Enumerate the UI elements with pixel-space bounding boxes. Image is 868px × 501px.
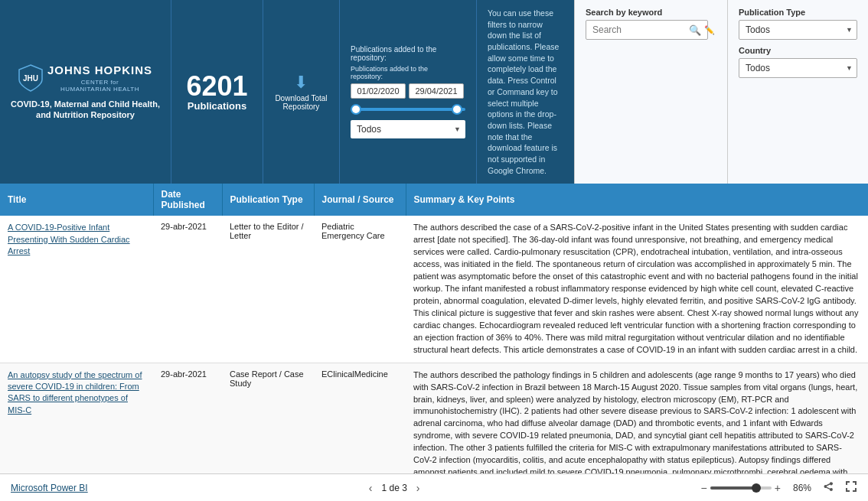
row1-date-cell: 29-abr-2021	[153, 216, 222, 363]
row2-pubtype-cell: Case Report / Case Study	[222, 363, 314, 473]
zoom-slider-fill	[710, 486, 753, 490]
row1-journal-cell: Pediatric Emergency Care	[314, 216, 406, 363]
zoom-level: 86%	[784, 483, 811, 493]
col-header-date: Date Published	[153, 184, 222, 216]
filter-select[interactable]: Todos	[351, 120, 465, 138]
center-name: CENTER forHUMANITARIAN HEALTH	[47, 79, 152, 93]
search-icon[interactable]: 🔍	[689, 24, 701, 36]
logo-text-block: JOHNS HOPKINS CENTER forHUMANITARIAN HEA…	[47, 63, 152, 93]
logo-top: JHU JOHNS HOPKINS CENTER forHUMANITARIAN…	[18, 63, 152, 93]
download-button[interactable]: ⬇ Download TotalRepository	[263, 0, 340, 184]
search-label: Search by keyword	[586, 8, 716, 17]
jhu-shield-icon: JHU	[18, 64, 43, 92]
search-section: Search by keyword 🔍 ✏️	[574, 0, 727, 184]
search-filter-icon[interactable]: ✏️	[704, 25, 715, 35]
zoom-out-button[interactable]: −	[701, 482, 707, 494]
row1-date: 29-abr-2021	[161, 222, 207, 231]
filter-label: Publications added to the repository:	[351, 45, 465, 62]
table-header-row: Title Date Published Publication Type Jo…	[0, 184, 868, 216]
pubtype-select-container: Todos	[739, 20, 857, 40]
date-to-input[interactable]	[409, 83, 464, 99]
date-filter-section: Publications added to the repository: Pu…	[340, 0, 477, 184]
pub-label: Publications	[188, 100, 246, 112]
row2-date-cell: 29-abr-2021	[153, 363, 222, 473]
row2-summary-cell: The authors described the pathology find…	[406, 363, 868, 473]
table-row: A COVID-19-Positive Infant Presenting Wi…	[0, 216, 868, 363]
date-range	[351, 83, 465, 99]
logo-section: JHU JOHNS HOPKINS CENTER forHUMANITARIAN…	[0, 0, 171, 184]
power-bi-link[interactable]: Microsoft Power BI	[11, 483, 88, 493]
date-slider[interactable]	[351, 103, 465, 115]
pub-count: 6201	[186, 73, 247, 100]
search-input-wrap: 🔍 ✏️	[586, 20, 716, 40]
country-select-container: Todos	[739, 58, 857, 78]
publications-table: Title Date Published Publication Type Jo…	[0, 184, 868, 473]
slider-thumb-right[interactable]	[452, 104, 462, 115]
row2-summary: The authors described the pathology find…	[413, 369, 860, 473]
col-header-title: Title	[0, 184, 153, 216]
download-icon: ⬇	[294, 73, 308, 93]
prev-page-button[interactable]: ‹	[366, 482, 376, 494]
pubtype-select[interactable]: Todos	[739, 20, 857, 40]
zoom-controls: − + 86%	[701, 482, 811, 494]
row1-pubtype: Letter to the Editor / Letter	[230, 222, 304, 240]
row1-journal: Pediatric Emergency Care	[321, 222, 385, 240]
pagination-controls: ‹ 1 de 3 ›	[366, 482, 423, 494]
table-body: A COVID-19-Positive Infant Presenting Wi…	[0, 216, 868, 473]
row2-pubtype: Case Report / Case Study	[230, 369, 304, 388]
row1-pubtype-cell: Letter to the Editor / Letter	[222, 216, 314, 363]
filter-select-container: Todos	[351, 120, 465, 138]
col-header-summary: Summary & Key Points	[406, 184, 868, 216]
pubtype-label: Publication Type	[739, 8, 857, 17]
slider-thumb-left[interactable]	[351, 104, 361, 115]
country-label: Country	[739, 46, 857, 55]
institution-name: JOHNS HOPKINS	[47, 63, 152, 77]
fullscreen-icon[interactable]	[845, 480, 857, 495]
table-header: Title Date Published Publication Type Jo…	[0, 184, 868, 216]
zoom-slider-thumb[interactable]	[752, 483, 761, 493]
filter-dropdown-wrap: Todos	[351, 120, 465, 138]
row2-date: 29-abr-2021	[161, 369, 207, 379]
date-from-input[interactable]	[351, 83, 406, 99]
col-header-journal: Journal / Source	[314, 184, 406, 216]
page-footer: Microsoft Power BI ‹ 1 de 3 › − + 86%	[0, 473, 868, 501]
page-info: 1 de 3	[381, 483, 406, 493]
row2-journal-cell: EClinicalMedicine	[314, 363, 406, 473]
row2-title-link[interactable]: An autopsy study of the spectrum of seve…	[8, 370, 142, 415]
publications-table-container: Title Date Published Publication Type Jo…	[0, 184, 868, 473]
share-icon[interactable]	[822, 480, 834, 495]
page-header: JHU JOHNS HOPKINS CENTER forHUMANITARIAN…	[0, 0, 868, 184]
row1-title-link[interactable]: A COVID-19-Positive Infant Presenting Wi…	[8, 223, 130, 255]
table-row: An autopsy study of the spectrum of seve…	[0, 363, 868, 473]
footer-right-controls: − + 86%	[701, 480, 857, 495]
svg-text:JHU: JHU	[23, 74, 38, 83]
zoom-slider[interactable]	[710, 486, 772, 490]
filter-sublabel: Publications added to therepository:	[351, 65, 465, 80]
pubtype-country-section: Publication Type Todos Country Todos	[727, 0, 868, 184]
row1-summary: The authors described the case of a SARS…	[413, 222, 860, 356]
row2-journal: EClinicalMedicine	[321, 369, 388, 379]
slider-track	[351, 108, 465, 111]
row2-title-cell: An autopsy study of the spectrum of seve…	[0, 363, 153, 473]
country-select[interactable]: Todos	[739, 58, 857, 78]
download-label: Download TotalRepository	[275, 94, 327, 111]
notice-text: You can use these filters to narrow down…	[488, 8, 563, 176]
next-page-button[interactable]: ›	[413, 482, 423, 494]
notice-section: You can use these filters to narrow down…	[477, 0, 574, 184]
repo-title: COVID-19, Maternal and Child Health, and…	[11, 99, 160, 121]
publication-count-section: 6201 Publications	[171, 0, 263, 184]
col-header-pubtype: Publication Type	[222, 184, 314, 216]
row1-title-cell: A COVID-19-Positive Infant Presenting Wi…	[0, 216, 153, 363]
zoom-in-button[interactable]: +	[775, 482, 781, 494]
row1-summary-cell: The authors described the case of a SARS…	[406, 216, 868, 363]
